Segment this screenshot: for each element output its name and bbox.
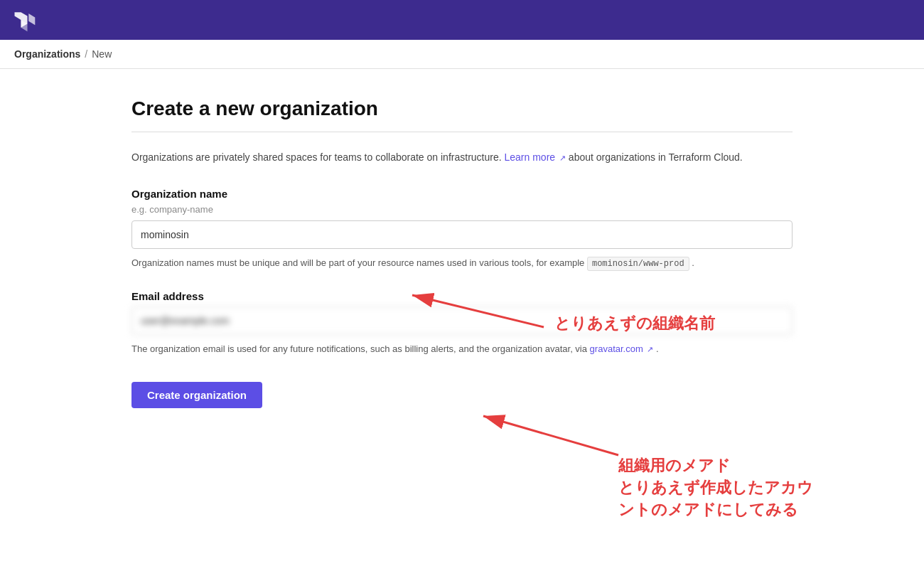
email-help-text: The organization email is used for any f… (131, 342, 793, 356)
email-input[interactable] (131, 306, 793, 335)
org-name-label: Organization name (131, 188, 793, 200)
org-name-form-group: Organization name e.g. company-name Orga… (131, 188, 793, 270)
app-header (0, 0, 924, 40)
org-name-code-example: mominosin/www-prod (587, 257, 689, 271)
description-text-after: about organizations in Terraform Cloud. (569, 151, 743, 163)
email-label: Email address (131, 290, 793, 302)
email-help-before: The organization email is used for any f… (131, 343, 587, 354)
org-name-help-after: . (692, 257, 694, 268)
breadcrumb-separator: / (85, 48, 87, 60)
gravatar-label: gravatar.com (590, 343, 643, 354)
email-form-group: Email address The organization email is … (131, 290, 793, 356)
breadcrumb-organizations-link[interactable]: Organizations (14, 48, 80, 60)
breadcrumb-current: New (92, 48, 112, 60)
annotation-text-email: 組織用のメアド とりあえず作成したアカウ ントのメアドにしてみる (618, 455, 813, 521)
create-organization-button[interactable]: Create organization (131, 382, 262, 408)
learn-more-link[interactable]: Learn more ↗ (504, 151, 568, 163)
title-divider (131, 132, 793, 132)
org-name-help-before: Organization names must be unique and wi… (131, 257, 584, 268)
page-description: Organizations are privately shared space… (131, 149, 793, 165)
org-name-help-text: Organization names must be unique and wi… (131, 256, 793, 270)
org-name-hint: e.g. company-name (131, 204, 793, 215)
gravatar-external-icon: ↗ (647, 343, 653, 356)
email-help-after: . (656, 343, 659, 354)
external-link-icon: ↗ (559, 152, 566, 165)
org-name-input[interactable] (131, 220, 793, 249)
learn-more-label: Learn more (504, 151, 555, 163)
main-content: Create a new organization Organizations … (117, 97, 807, 408)
breadcrumb: Organizations / New (0, 40, 924, 69)
gravatar-link[interactable]: gravatar.com ↗ (590, 343, 656, 354)
description-text-before: Organizations are privately shared space… (131, 151, 502, 163)
terraform-logo (11, 7, 37, 33)
page-title: Create a new organization (131, 97, 793, 120)
